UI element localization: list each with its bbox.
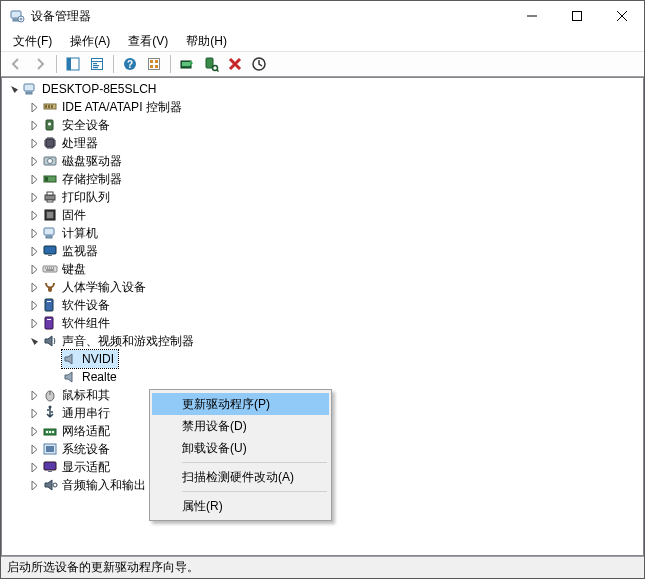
svg-rect-43	[48, 255, 52, 256]
update-driver-button[interactable]	[176, 53, 198, 75]
tree-row-label: Realte	[82, 370, 117, 384]
twisty-collapsed[interactable]	[26, 188, 42, 206]
svg-rect-48	[45, 317, 53, 329]
twisty-collapsed[interactable]	[26, 386, 42, 404]
twisty-collapsed[interactable]	[26, 404, 42, 422]
svg-rect-57	[46, 446, 54, 452]
tree-row-label: 磁盘驱动器	[62, 153, 122, 170]
app-icon	[9, 8, 25, 24]
svg-rect-7	[93, 63, 97, 64]
twisty-collapsed[interactable]	[26, 224, 42, 242]
twisty-collapsed[interactable]	[26, 296, 42, 314]
firmware-icon	[42, 207, 58, 223]
menu-action[interactable]: 操作(A)	[62, 32, 118, 51]
twisty-expanded[interactable]	[26, 332, 42, 350]
svg-rect-45	[48, 287, 52, 292]
show-hide-tree-button[interactable]	[62, 53, 84, 75]
svg-point-29	[48, 123, 51, 126]
twisty-collapsed[interactable]	[26, 440, 42, 458]
usb-icon	[42, 405, 58, 421]
context-menu-item[interactable]: 更新驱动程序(P)	[152, 393, 329, 415]
tree-row[interactable]: 软件组件	[2, 314, 643, 332]
twisty-collapsed[interactable]	[26, 260, 42, 278]
twisty-collapsed[interactable]	[26, 152, 42, 170]
svg-rect-36	[47, 192, 53, 195]
tree-row[interactable]: 声音、视频和游戏控制器	[2, 332, 643, 350]
twisty-none	[46, 368, 62, 386]
tree-row[interactable]: 监视器	[2, 242, 643, 260]
context-menu-item[interactable]: 禁用设备(D)	[152, 415, 329, 437]
context-menu-item[interactable]: 扫描检测硬件改动(A)	[152, 466, 329, 488]
twisty-collapsed[interactable]	[26, 476, 42, 494]
scan-button[interactable]	[200, 53, 222, 75]
svg-rect-3	[572, 11, 581, 20]
svg-rect-27	[51, 105, 53, 108]
statusbar: 启动所选设备的更新驱动程序向导。	[1, 556, 644, 578]
tree-row[interactable]: DESKTOP-8E5SLCH	[2, 80, 643, 98]
tree-row[interactable]: 键盘	[2, 260, 643, 278]
view-button[interactable]	[143, 53, 165, 75]
svg-rect-9	[93, 67, 98, 68]
tree-row[interactable]: 打印队列	[2, 188, 643, 206]
tree-row[interactable]: 处理器	[2, 134, 643, 152]
twisty-collapsed[interactable]	[26, 242, 42, 260]
tree-row-label: 鼠标和其	[62, 387, 110, 404]
menu-file[interactable]: 文件(F)	[5, 32, 60, 51]
forward-button[interactable]	[29, 53, 51, 75]
tree-row-label: 存储控制器	[62, 171, 122, 188]
tree-row-label: 软件设备	[62, 297, 110, 314]
tree-row[interactable]: 计算机	[2, 224, 643, 242]
tree-row-label: 系统设备	[62, 441, 110, 458]
tree-row[interactable]: 安全设备	[2, 116, 643, 134]
uninstall-button[interactable]	[224, 53, 246, 75]
svg-rect-47	[47, 301, 51, 302]
titlebar: 设备管理器	[1, 1, 644, 31]
tree-row[interactable]: 存储控制器	[2, 170, 643, 188]
svg-rect-54	[49, 431, 51, 433]
hid-icon	[42, 279, 58, 295]
context-menu-item[interactable]: 卸载设备(U)	[152, 437, 329, 459]
twisty-expanded[interactable]	[6, 80, 22, 98]
close-button[interactable]	[599, 1, 644, 30]
disable-button[interactable]	[248, 53, 270, 75]
menu-view[interactable]: 查看(V)	[120, 32, 176, 51]
help-button[interactable]: ?	[119, 53, 141, 75]
status-text: 启动所选设备的更新驱动程序向导。	[7, 559, 199, 576]
svg-point-20	[213, 66, 218, 71]
twisty-collapsed[interactable]	[26, 458, 42, 476]
maximize-button[interactable]	[554, 1, 599, 30]
twisty-collapsed[interactable]	[26, 116, 42, 134]
tree-row[interactable]: 软件设备	[2, 296, 643, 314]
svg-rect-8	[93, 65, 99, 66]
context-menu-item[interactable]: 属性(R)	[152, 495, 329, 517]
window-title: 设备管理器	[31, 8, 509, 25]
sound-icon	[42, 333, 58, 349]
svg-rect-55	[52, 431, 54, 433]
twisty-collapsed[interactable]	[26, 170, 42, 188]
twisty-collapsed[interactable]	[26, 134, 42, 152]
svg-rect-26	[48, 105, 50, 108]
menu-help[interactable]: 帮助(H)	[178, 32, 235, 51]
tree-row[interactable]: 磁盘驱动器	[2, 152, 643, 170]
tree-row[interactable]: IDE ATA/ATAPI 控制器	[2, 98, 643, 116]
tree-row[interactable]: 固件	[2, 206, 643, 224]
tree-row[interactable]: Realte	[2, 368, 643, 386]
minimize-button[interactable]	[509, 1, 554, 30]
svg-rect-19	[206, 58, 213, 68]
cpu-icon	[42, 135, 58, 151]
tree-row[interactable]: 人体学输入设备	[2, 278, 643, 296]
tree-row-label: 音频输入和输出	[62, 477, 146, 494]
tree-row[interactable]: NVIDI	[2, 350, 643, 368]
properties-button[interactable]	[86, 53, 108, 75]
tree-row-label: 软件组件	[62, 315, 110, 332]
svg-rect-34	[45, 177, 48, 181]
twisty-collapsed[interactable]	[26, 278, 42, 296]
tree-row-label: 声音、视频和游戏控制器	[62, 333, 194, 350]
tree-row-label: NVIDI	[82, 352, 114, 366]
twisty-collapsed[interactable]	[26, 314, 42, 332]
twisty-collapsed[interactable]	[26, 206, 42, 224]
context-menu-separator	[182, 462, 327, 463]
back-button[interactable]	[5, 53, 27, 75]
twisty-collapsed[interactable]	[26, 98, 42, 116]
twisty-collapsed[interactable]	[26, 422, 42, 440]
